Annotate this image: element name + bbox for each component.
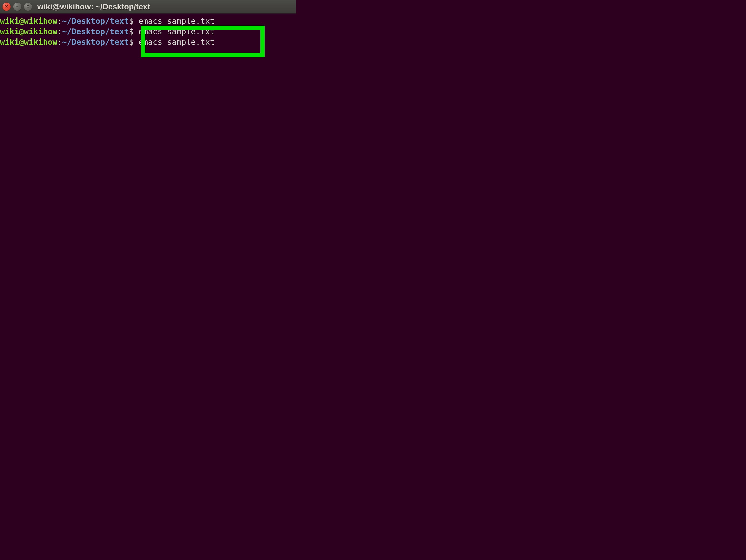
prompt-symbol: $ bbox=[129, 16, 134, 26]
svg-rect-0 bbox=[27, 5, 29, 7]
prompt-host: wikihow bbox=[24, 37, 57, 47]
command-text: emacs sample.txt bbox=[134, 37, 215, 47]
prompt-at: @ bbox=[19, 37, 24, 47]
prompt-at: @ bbox=[19, 16, 24, 26]
terminal-area[interactable]: wiki@wikihow:~/Desktop/text$ emacs sampl… bbox=[0, 13, 296, 222]
prompt-user: wiki bbox=[0, 37, 19, 47]
command-text: emacs sample.txt bbox=[134, 27, 215, 36]
maximize-icon bbox=[26, 4, 30, 9]
prompt-at: @ bbox=[19, 27, 24, 36]
prompt-path: ~/Desktop/text bbox=[62, 37, 129, 47]
prompt-symbol: $ bbox=[129, 37, 134, 47]
terminal-line: wiki@wikihow:~/Desktop/text$ emacs sampl… bbox=[0, 37, 296, 47]
prompt-user: wiki bbox=[0, 27, 19, 36]
window-titlebar: wiki@wikihow: ~/Desktop/text bbox=[0, 0, 296, 13]
prompt-colon: : bbox=[57, 16, 62, 26]
window-controls bbox=[2, 3, 32, 11]
prompt-colon: : bbox=[57, 27, 62, 36]
prompt-path: ~/Desktop/text bbox=[62, 27, 129, 36]
prompt-symbol: $ bbox=[129, 27, 134, 36]
minimize-button[interactable] bbox=[13, 3, 22, 11]
prompt-colon: : bbox=[57, 37, 62, 47]
terminal-line: wiki@wikihow:~/Desktop/text$ emacs sampl… bbox=[0, 16, 296, 26]
terminal-line: wiki@wikihow:~/Desktop/text$ emacs sampl… bbox=[0, 26, 296, 37]
close-icon bbox=[5, 4, 8, 9]
prompt-host: wikihow bbox=[24, 16, 57, 26]
close-button[interactable] bbox=[2, 3, 11, 11]
command-text: emacs sample.txt bbox=[134, 16, 215, 26]
window-title: wiki@wikihow: ~/Desktop/text bbox=[37, 2, 150, 11]
minimize-icon bbox=[16, 4, 19, 9]
prompt-host: wikihow bbox=[24, 27, 57, 36]
prompt-path: ~/Desktop/text bbox=[62, 16, 129, 26]
maximize-button[interactable] bbox=[24, 3, 32, 11]
prompt-user: wiki bbox=[0, 16, 19, 26]
